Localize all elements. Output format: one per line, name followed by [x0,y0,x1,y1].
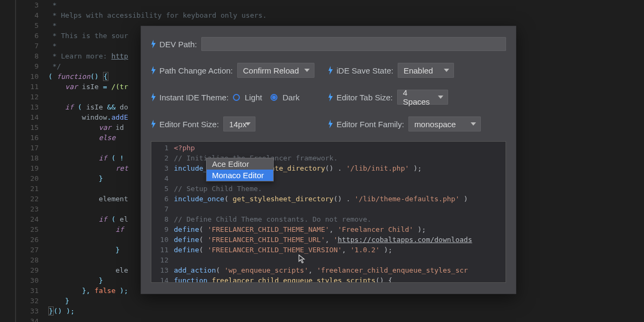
bolt-icon [328,93,333,101]
dev-path-input[interactable] [201,37,506,51]
caret-down-icon [304,69,310,72]
cursor-icon [298,254,306,264]
theme-radio-group: Light Dark [233,93,305,102]
dev-path-label: DEV Path: [159,40,197,49]
tab-size-label: Editor Tab Size: [336,93,393,102]
caret-down-icon [245,122,251,126]
bolt-icon [151,120,156,128]
path-change-action-value: Confirm Reload [243,66,299,75]
font-family-value: monospace [414,120,456,129]
path-change-action-label: Path Change Action: [159,66,233,75]
theme-label: Instant IDE Theme: [159,93,229,102]
bolt-icon [328,66,333,75]
bolt-icon [151,93,156,101]
caret-down-icon [444,69,449,72]
theme-light-radio[interactable] [233,94,240,101]
font-size-label: Editor Font Size: [159,120,219,129]
path-change-action-select[interactable]: Confirm Reload [237,63,314,78]
active-editor-option-monaco[interactable]: Monaco Editor [207,170,273,181]
save-state-label: iDE Save State: [336,66,393,75]
caret-down-icon [471,122,476,126]
theme-dark-radio[interactable] [270,94,277,101]
bolt-icon [151,40,156,48]
tab-size-value: 4 Spaces [403,88,433,106]
active-editor-dropdown: Ace Editor Monaco Editor [206,158,274,181]
theme-light-label: Light [245,93,262,102]
bolt-icon [151,66,156,75]
inner-code-editor[interactable]: 1234567891011121314 <?php// Initialize t… [151,141,506,283]
settings-panel: DEV Path: Path Change Action: Confirm Re… [141,26,516,294]
inner-gutter: 1234567891011121314 [151,142,174,282]
save-state-value: Enabled [404,66,433,75]
active-editor-option-ace[interactable]: Ace Editor [207,158,273,170]
tab-size-select[interactable]: 4 Spaces [397,90,448,105]
bolt-icon [328,120,333,128]
caret-down-icon [438,96,443,99]
font-family-label: Editor Font Family: [336,120,404,129]
font-family-select[interactable]: monospace [408,116,481,131]
font-size-select[interactable]: 14px [223,116,255,131]
save-state-select[interactable]: Enabled [398,63,454,78]
font-size-value: 14px [229,120,247,129]
theme-dark-label: Dark [282,93,299,102]
background-gutter: 3456789101112131415161718192021222324252… [0,0,48,322]
